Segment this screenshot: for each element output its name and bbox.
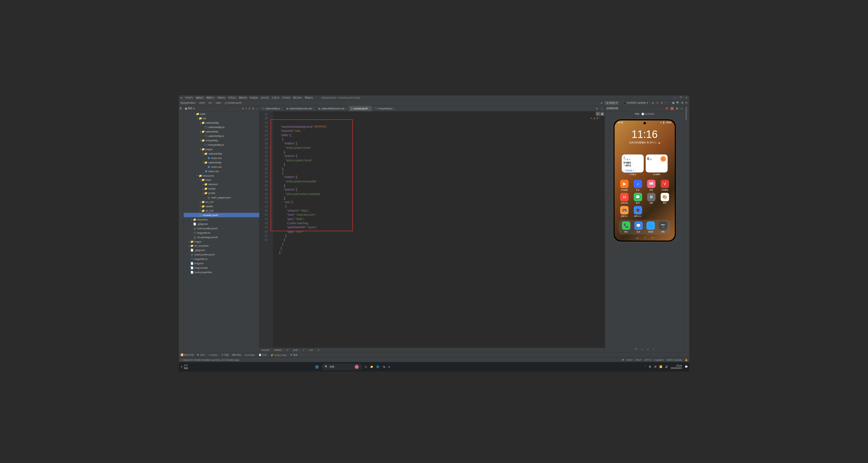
tree-item[interactable]: ▾ 📁 calleeability bbox=[184, 121, 259, 125]
tree-item[interactable]: ▾ 📁 entryability bbox=[184, 138, 259, 143]
tree-item[interactable]: ▸ 📁 zh_CN bbox=[184, 209, 259, 213]
tree-item[interactable]: ▾ 📁 callerAbility bbox=[184, 160, 259, 164]
device-selector[interactable]: 📱 HUAWEI Lahaina ▾ bbox=[621, 101, 650, 105]
breadcrumb-item[interactable]: MyApplication bbox=[181, 102, 195, 104]
crumb-item[interactable]: uris bbox=[309, 349, 313, 352]
inspection-widget[interactable]: ✔ ⚠ 3 ˇ bbox=[589, 116, 601, 120]
tree-item[interactable]: TS hvigorfile.ts bbox=[184, 257, 259, 261]
run-icon[interactable]: ▶ bbox=[652, 102, 654, 104]
tree-item[interactable]: {} build-profile.json5 bbox=[184, 252, 259, 257]
phone-app[interactable]: 🎓 教育中心 bbox=[632, 206, 644, 218]
breadcrumb-item[interactable]: main bbox=[216, 102, 221, 104]
screenshot-icon[interactable]: ⟳ bbox=[635, 348, 637, 350]
tree-item[interactable]: ▾ 📁 base bbox=[184, 178, 259, 182]
device-mgr-icon[interactable]: ▦ bbox=[672, 102, 674, 104]
store-icon[interactable]: 🛍 bbox=[383, 366, 385, 368]
editor-tab[interactable]: {}module.json5 × bbox=[349, 106, 372, 111]
crumb-item[interactable]: 0 bbox=[287, 349, 288, 352]
taskbar-clock[interactable]: 23:162023/12/24 bbox=[671, 364, 682, 369]
phone-screen[interactable]: 11:16 ⟲ 🔋 100% 11:16 12月24日星期日 冬月十二 ☁ ◉ … bbox=[615, 120, 675, 241]
gear-icon[interactable]: ⚙ bbox=[252, 107, 254, 110]
collapse-icon[interactable]: ⇵ bbox=[248, 107, 250, 110]
gear-icon[interactable]: ⚙ bbox=[676, 107, 678, 110]
taskview-icon[interactable]: ◫ bbox=[365, 366, 367, 368]
tab-close-icon[interactable]: × bbox=[345, 107, 347, 110]
tree-item[interactable]: ⬢ Index.ets bbox=[184, 156, 259, 160]
taskbar-search[interactable]: 🔍 搜索 bbox=[322, 364, 362, 370]
tab-close-icon[interactable]: × bbox=[369, 107, 370, 110]
breadcrumb-item[interactable]: entry bbox=[199, 102, 205, 104]
menu-edit[interactable]: 编辑(E) bbox=[196, 96, 204, 100]
tree-item[interactable]: 📄 .gitignore bbox=[184, 221, 259, 226]
menu-file[interactable]: 文件(F) bbox=[185, 96, 193, 100]
tree-item[interactable]: TS callerAbility.ts bbox=[184, 134, 259, 138]
language[interactable]: JSON: module bbox=[666, 358, 682, 361]
tray-chevron-icon[interactable]: ˄ bbox=[645, 366, 646, 368]
notifications-icon[interactable]: 💬 bbox=[685, 366, 688, 368]
terminal-tool[interactable]: ⌨ 终端 bbox=[232, 353, 241, 357]
search-icon[interactable]: 🔍 bbox=[676, 102, 679, 104]
breadcrumb-item[interactable]: {} module.json5 bbox=[225, 102, 242, 104]
phone-app[interactable]: ▶ 华为视频 bbox=[619, 180, 630, 191]
crumb-item[interactable]: module bbox=[261, 349, 269, 352]
ime-indicator[interactable]: 英 bbox=[649, 365, 651, 369]
wifi-icon[interactable]: 📶 bbox=[659, 366, 662, 368]
editor-tab[interactable]: ⬢callerAbility\Index.ets × bbox=[284, 106, 316, 111]
run-tool[interactable]: ▶ 运行 bbox=[197, 353, 205, 357]
deveco-icon[interactable]: ◆ bbox=[388, 366, 390, 368]
tree-item[interactable]: ▸ 📁 media bbox=[184, 186, 259, 191]
menu-run[interactable]: 运行(R) bbox=[261, 96, 269, 100]
crumb-item[interactable]: 1 bbox=[303, 349, 304, 352]
phone-app[interactable]: V 华为商城 bbox=[659, 180, 671, 191]
volume-icon[interactable]: 🔊 bbox=[665, 366, 668, 368]
minimize-icon[interactable]: — bbox=[674, 96, 676, 99]
crumb-item[interactable]: skills bbox=[293, 349, 298, 352]
tree-item[interactable]: ▾ 📁 resources bbox=[184, 173, 259, 178]
tree-item[interactable]: ▾ 📁 calleeAbility bbox=[184, 151, 259, 156]
crumb-item[interactable]: abilities bbox=[274, 349, 282, 352]
stop-icon[interactable] bbox=[671, 107, 673, 110]
notifications-tab[interactable]: Notifications bbox=[685, 106, 688, 121]
code-editor[interactable]: 2223242526272829303132333435363738394041… bbox=[260, 111, 605, 348]
menu-help[interactable]: 帮助(H) bbox=[305, 96, 313, 100]
cursor-position[interactable]: 46:42 bbox=[626, 358, 633, 361]
encoding[interactable]: UTF-8 bbox=[644, 358, 651, 361]
tree-item[interactable]: ⬢ Index.ets bbox=[184, 169, 259, 173]
tree-item[interactable]: TS calleeAbility.ts bbox=[184, 125, 259, 129]
home-key-icon[interactable]: ○ bbox=[644, 236, 646, 239]
chevron-down-icon[interactable]: ▾ bbox=[193, 107, 195, 110]
tree-item[interactable]: ▸ 📁 en_US bbox=[184, 200, 259, 204]
hide-icon[interactable]: — bbox=[680, 107, 683, 110]
tree-item[interactable]: 📄 hvigorw bbox=[184, 261, 259, 266]
menu-code[interactable]: 代码(C) bbox=[228, 96, 236, 100]
image-view-icon[interactable]: ▦ bbox=[600, 112, 604, 116]
problems-tool[interactable]: ⊘ 问题 bbox=[221, 353, 229, 357]
tab-close-icon[interactable]: × bbox=[394, 107, 395, 110]
maximize-icon[interactable]: ❐ bbox=[680, 96, 682, 99]
project-tree[interactable]: ▾ 📁 main ▾ 📁 ets ▾ 📁 calleeability TS ca… bbox=[184, 111, 259, 353]
tab-dropdown-icon[interactable]: ▾ bbox=[595, 107, 599, 110]
tree-item[interactable]: {} oh-package.json5 bbox=[184, 235, 259, 239]
expand-icon[interactable]: ≡ bbox=[245, 107, 247, 110]
tab-close-icon[interactable]: × bbox=[313, 107, 314, 110]
tree-item[interactable]: 📄 local.properties bbox=[184, 270, 259, 274]
menu-vcs[interactable]: VCS(S) bbox=[282, 96, 290, 99]
editor-tab[interactable]: TSEntryAbility.ts × bbox=[372, 106, 397, 111]
phone-app[interactable]: ♪ 音乐 bbox=[632, 180, 644, 191]
tree-item[interactable]: ▾ 📁 profile bbox=[184, 191, 259, 195]
vcs-tool[interactable]: 🔀 版本控制 bbox=[181, 353, 194, 357]
ime-mode[interactable]: 拼 bbox=[654, 365, 657, 369]
indent[interactable]: 2 spaces bbox=[654, 358, 663, 361]
tab-more-icon[interactable]: ⋮ bbox=[599, 107, 604, 110]
tree-item[interactable]: {} main_pages.json bbox=[184, 195, 259, 200]
phone-app[interactable]: 🎮 游戏中心 bbox=[619, 206, 630, 218]
explorer-icon[interactable]: 📁 bbox=[370, 366, 373, 368]
tree-item[interactable]: ▾ 📁 main bbox=[184, 112, 259, 116]
dock-app[interactable]: 💬 信息 bbox=[634, 221, 643, 233]
back-key-icon[interactable]: ◁ bbox=[636, 236, 638, 239]
weather-widget[interactable]: ☀ 1°C晴朗 bbox=[181, 364, 188, 370]
nav-keys[interactable]: ◁ ○ □ bbox=[615, 236, 675, 239]
phone-app[interactable]: 📖 阅读 bbox=[645, 180, 657, 191]
menu-tools[interactable]: 工具(T) bbox=[271, 96, 279, 100]
code-content[interactable]: "startWindowBackground": #FFFFFF, "expor… bbox=[273, 111, 604, 348]
